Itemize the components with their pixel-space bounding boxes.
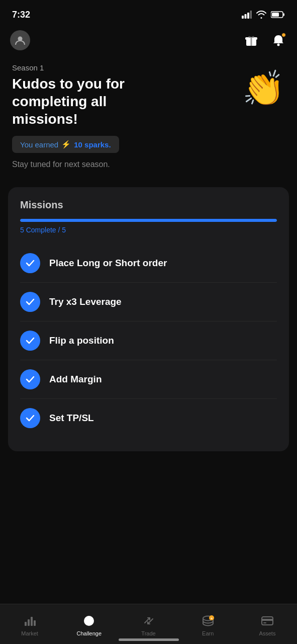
check-circle-4 [20,369,40,389]
mission-text-4: Add Margin [49,374,102,385]
svg-rect-12 [25,622,27,626]
check-circle-5 [20,408,40,428]
svg-rect-1 [245,14,247,19]
top-icons [243,32,287,49]
nav-item-assets[interactable]: Assets [238,614,297,636]
checkmark-icon [25,335,36,346]
top-bar [0,26,297,58]
progress-bar-fill [20,219,277,222]
trade-label: Trade [141,630,155,636]
check-circle-1 [20,253,40,273]
mission-text-1: Place Long or Short order [49,258,167,269]
earn-label: Earn [202,630,214,636]
stay-tuned: Stay tuned for next season. [12,160,285,169]
svg-rect-2 [247,13,249,19]
signal-icon [242,11,252,19]
svg-rect-22 [263,622,266,623]
svg-rect-10 [251,37,252,46]
mission-item: Add Margin [20,360,277,399]
checkmark-icon [25,413,36,424]
bottom-nav: Market Challenge Trade [0,604,297,644]
mission-text-5: Set TP/SL [49,413,94,424]
mission-list: Place Long or Short order Try x3 Leverag… [20,244,277,437]
market-icon [23,614,37,628]
earn-icon: + [201,614,215,628]
hero-title: Kudos to you for completing all missions… [12,75,173,128]
bell-button[interactable] [270,32,287,49]
nav-item-earn[interactable]: + Earn [178,614,238,636]
svg-rect-6 [272,13,279,17]
assets-label: Assets [259,630,275,636]
spark-count: 10 sparks. [74,140,111,149]
trade-icon [142,614,156,628]
svg-point-11 [277,44,280,46]
missions-card: Missions 5 Complete / 5 Place Long or Sh… [8,187,289,451]
missions-title: Missions [20,199,277,211]
clap-emoji: 👏 [242,71,285,105]
mission-item: Place Long or Short order [20,244,277,283]
status-time: 7:32 [12,10,30,20]
nav-item-challenge[interactable]: Challenge [59,614,119,636]
svg-rect-13 [28,619,30,626]
check-circle-2 [20,292,40,312]
svg-rect-5 [283,14,285,16]
spark-bolt-icon: ⚡ [61,140,71,149]
status-icons [242,11,285,19]
mission-text-2: Try x3 Leverage [49,296,122,307]
assets-icon [260,614,274,628]
hero-row: Kudos to you for completing all missions… [12,75,285,128]
svg-rect-14 [31,617,33,626]
challenge-icon [82,614,96,628]
challenge-label: Challenge [77,630,102,636]
status-bar: 7:32 [0,0,297,26]
earned-text: You earned [20,140,58,149]
user-icon [15,35,26,46]
svg-rect-15 [34,620,36,626]
svg-rect-3 [250,11,252,19]
mission-item: Try x3 Leverage [20,283,277,321]
earned-badge: You earned ⚡ 10 sparks. [12,136,119,153]
progress-label: 5 Complete / 5 [20,226,277,234]
wifi-icon [256,11,267,19]
mission-text-3: Flip a position [49,335,114,346]
nav-item-trade[interactable]: Trade [119,614,178,636]
mission-item: Flip a position [20,321,277,360]
nav-item-market[interactable]: Market [0,614,59,636]
svg-rect-21 [262,619,273,621]
gift-icon [245,34,258,47]
battery-icon [271,11,285,18]
svg-rect-0 [242,16,244,19]
checkmark-icon [25,374,36,385]
gift-button[interactable] [243,32,260,49]
notification-dot [281,33,286,37]
check-circle-3 [20,331,40,351]
progress-bar-track [20,219,277,222]
checkmark-icon [25,296,36,307]
svg-text:+: + [211,617,213,620]
checkmark-icon [25,258,36,269]
mission-item: Set TP/SL [20,399,277,437]
market-label: Market [21,630,38,636]
avatar[interactable] [10,30,30,50]
hero-section: Season 1 Kudos to you for completing all… [0,58,297,179]
home-indicator [119,638,179,641]
